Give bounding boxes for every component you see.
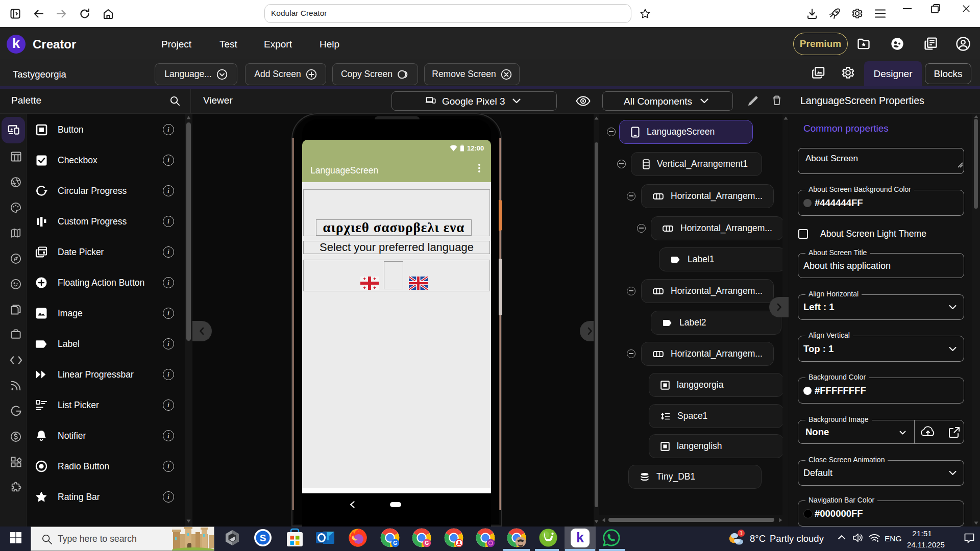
svg-text:G: G — [393, 540, 397, 546]
svg-text:G: G — [425, 540, 429, 546]
svg-text:S: S — [260, 533, 266, 543]
